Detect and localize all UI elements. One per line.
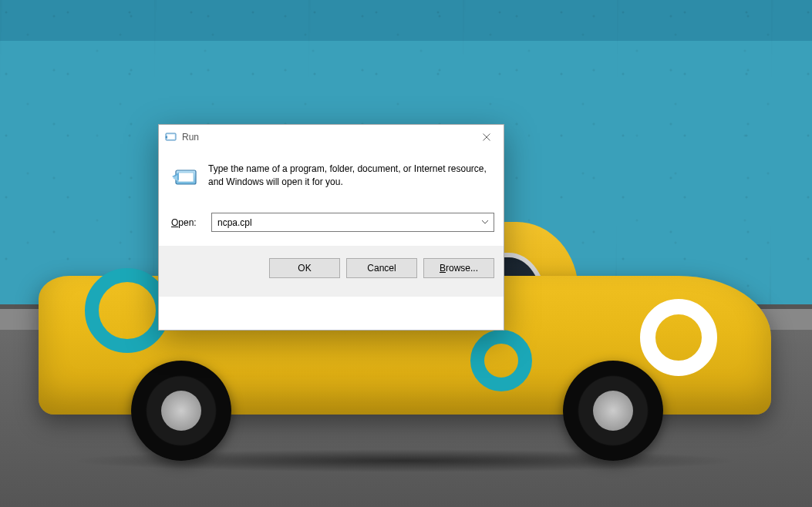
open-row: Open: xyxy=(159,208,504,246)
titlebar[interactable]: Run xyxy=(159,125,504,149)
browse-button[interactable]: Browse... xyxy=(423,258,494,278)
run-icon xyxy=(168,163,199,194)
dropdown-arrow[interactable] xyxy=(477,213,494,231)
run-titlebar-icon xyxy=(165,131,177,143)
svg-rect-1 xyxy=(167,134,175,139)
run-description: Type the name of a program, folder, docu… xyxy=(208,163,494,194)
open-combobox[interactable] xyxy=(211,213,494,232)
run-dialog: Run Type the name of a program xyxy=(158,124,504,331)
cancel-button[interactable]: Cancel xyxy=(346,258,417,278)
close-icon xyxy=(483,133,490,141)
dialog-body: Type the name of a program, folder, docu… xyxy=(159,149,504,208)
chevron-down-icon xyxy=(482,220,488,224)
button-row: OK Cancel Browse... xyxy=(159,246,504,297)
titlebar-title: Run xyxy=(182,132,469,143)
open-input[interactable] xyxy=(211,213,494,232)
ok-button[interactable]: OK xyxy=(269,258,340,278)
open-label: Open: xyxy=(168,217,204,228)
svg-rect-3 xyxy=(178,173,194,182)
close-button[interactable] xyxy=(469,125,504,149)
